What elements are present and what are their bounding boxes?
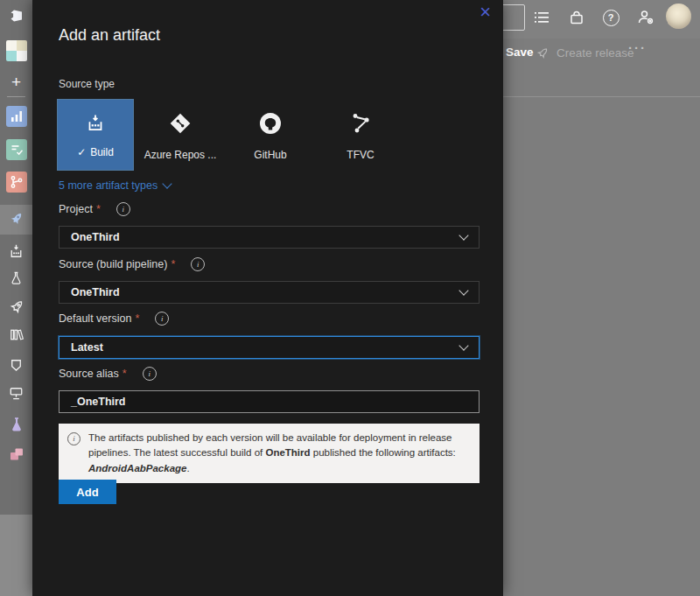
default-version-value: Latest bbox=[71, 341, 460, 354]
source-pipeline-dropdown[interactable]: OneThird bbox=[59, 281, 480, 304]
source-alias-input[interactable]: _OneThird bbox=[59, 390, 480, 413]
info-icon[interactable]: i bbox=[191, 257, 205, 271]
required-asterisk: * bbox=[171, 258, 175, 270]
panel-title: Add an artifact bbox=[59, 26, 160, 45]
required-asterisk: * bbox=[96, 203, 101, 215]
tile-tfvc[interactable]: TFVC bbox=[314, 99, 407, 171]
tile-azure-repos-label: Azure Repos ... bbox=[144, 149, 217, 161]
build-icon bbox=[84, 112, 107, 138]
source-alias-value: _OneThird bbox=[71, 396, 467, 408]
project-label-row: Project * i bbox=[59, 202, 130, 216]
close-icon[interactable]: × bbox=[480, 2, 491, 23]
source-label: Source (build pipeline) bbox=[59, 258, 167, 270]
tile-tfvc-label: TFVC bbox=[346, 149, 374, 161]
info-icon[interactable]: i bbox=[116, 202, 130, 216]
tile-build-label: Build bbox=[90, 146, 114, 158]
info-text: The artifacts published by each version … bbox=[88, 431, 469, 476]
artifact-info-message: i The artifacts published by each versio… bbox=[59, 424, 480, 483]
more-artifact-types-label: 5 more artifact types bbox=[59, 179, 158, 192]
more-artifact-types-link[interactable]: 5 more artifact types bbox=[59, 179, 171, 192]
source-type-tiles: ✓ Build Azure Repos ... bbox=[57, 99, 407, 171]
tile-build[interactable]: ✓ Build bbox=[57, 99, 134, 171]
tile-azure-repos[interactable]: Azure Repos ... bbox=[134, 99, 227, 171]
tile-github[interactable]: GitHub bbox=[227, 99, 314, 171]
default-version-label: Default version bbox=[59, 312, 131, 325]
default-version-dropdown[interactable]: Latest bbox=[59, 336, 480, 359]
chevron-down-icon bbox=[458, 285, 468, 295]
required-asterisk: * bbox=[122, 368, 127, 380]
add-artifact-panel: × Add an artifact Source type ✓ Build bbox=[32, 0, 503, 596]
source-alias-label-row: Source alias * i bbox=[59, 367, 157, 381]
default-version-label-row: Default version * i bbox=[59, 312, 169, 326]
github-icon bbox=[256, 109, 284, 141]
check-icon: ✓ bbox=[77, 146, 86, 158]
azure-repos-icon bbox=[166, 109, 194, 141]
chevron-down-icon bbox=[458, 340, 468, 350]
source-value: OneThird bbox=[71, 286, 460, 298]
info-icon[interactable]: i bbox=[143, 367, 157, 381]
chevron-down-icon bbox=[163, 179, 172, 188]
source-label-row: Source (build pipeline) * i bbox=[59, 257, 205, 271]
project-dropdown[interactable]: OneThird bbox=[59, 226, 480, 249]
tile-github-label: GitHub bbox=[254, 149, 286, 161]
info-icon: i bbox=[67, 432, 80, 445]
required-asterisk: * bbox=[135, 312, 139, 325]
info-icon[interactable]: i bbox=[155, 312, 169, 326]
app-window: ? Save Create release ··· + bbox=[0, 0, 700, 596]
add-button[interactable]: Add bbox=[59, 480, 116, 504]
tfvc-icon bbox=[346, 109, 374, 141]
project-value: OneThird bbox=[71, 231, 460, 243]
source-alias-label: Source alias bbox=[59, 368, 119, 380]
chevron-down-icon bbox=[458, 230, 468, 240]
source-type-label: Source type bbox=[59, 78, 115, 90]
project-label: Project bbox=[59, 203, 93, 215]
